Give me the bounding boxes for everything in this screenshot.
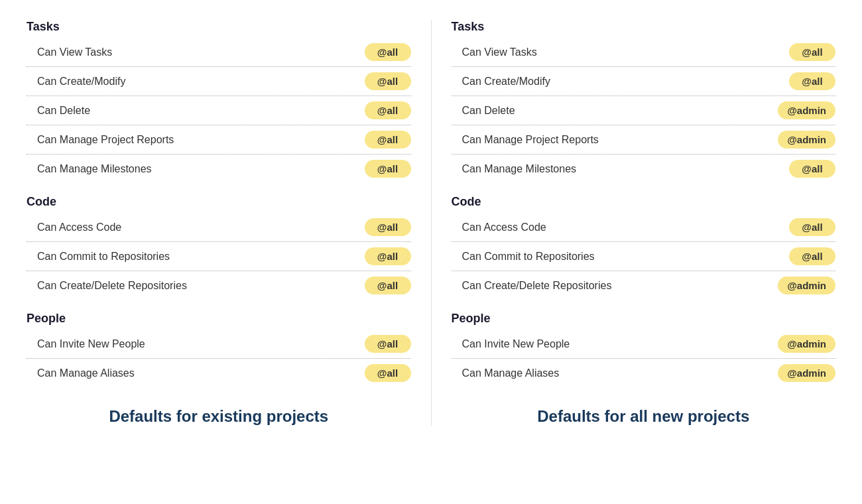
permission-label: Can Manage Project Reports bbox=[37, 134, 174, 146]
permission-row: Can Manage Aliases@admin bbox=[452, 359, 836, 387]
permission-label: Can Create/Modify bbox=[462, 76, 550, 88]
permission-badge[interactable]: @all bbox=[789, 72, 835, 90]
permission-row: Can View Tasks@all bbox=[452, 38, 836, 67]
permission-row: Can Manage Project Reports@admin bbox=[452, 125, 836, 155]
permission-row: Can View Tasks@all bbox=[27, 38, 411, 67]
permission-row: Can Manage Milestones@all bbox=[452, 155, 836, 183]
permission-row: Can Create/Delete Repositories@admin bbox=[452, 271, 836, 300]
permission-row: Can Access Code@all bbox=[452, 213, 836, 242]
columns-wrapper: TasksCan View Tasks@allCan Create/Modify… bbox=[27, 20, 835, 426]
permission-badge[interactable]: @all bbox=[365, 364, 411, 382]
section-people-existing: PeopleCan Invite New People@allCan Manag… bbox=[27, 312, 411, 387]
section-people-new: PeopleCan Invite New People@adminCan Man… bbox=[452, 312, 836, 387]
permission-badge[interactable]: @all bbox=[365, 247, 411, 265]
section-title-existing-2: People bbox=[27, 312, 411, 326]
permission-row: Can Create/Delete Repositories@all bbox=[27, 271, 411, 300]
section-tasks-existing: TasksCan View Tasks@allCan Create/Modify… bbox=[27, 20, 411, 183]
permission-badge[interactable]: @admin bbox=[778, 277, 835, 294]
footer-label-new: Defaults for all new projects bbox=[452, 407, 836, 426]
column-new: TasksCan View Tasks@allCan Create/Modify… bbox=[432, 20, 836, 426]
permission-label: Can Commit to Repositories bbox=[37, 251, 170, 263]
permission-badge[interactable]: @all bbox=[365, 160, 411, 178]
permission-label: Can Delete bbox=[37, 105, 90, 117]
permission-label: Can Access Code bbox=[37, 221, 121, 233]
permission-label: Can Invite New People bbox=[37, 338, 145, 350]
permission-label: Can Manage Aliases bbox=[462, 367, 560, 379]
permission-label: Can View Tasks bbox=[462, 46, 537, 58]
permission-badge[interactable]: @all bbox=[365, 101, 411, 119]
permission-badge[interactable]: @admin bbox=[778, 131, 835, 149]
permission-label: Can Create/Modify bbox=[37, 76, 125, 88]
permission-label: Can View Tasks bbox=[37, 46, 112, 58]
permission-row: Can Commit to Repositories@all bbox=[27, 242, 411, 271]
section-title-new-2: People bbox=[452, 312, 836, 326]
section-title-new-1: Code bbox=[452, 195, 836, 209]
permission-label: Can Create/Delete Repositories bbox=[462, 280, 612, 292]
footer-label-existing: Defaults for existing projects bbox=[27, 407, 411, 426]
section-code-new: CodeCan Access Code@allCan Commit to Rep… bbox=[452, 195, 836, 300]
permission-badge[interactable]: @all bbox=[789, 160, 835, 178]
permission-label: Can Manage Project Reports bbox=[462, 134, 599, 146]
permission-row: Can Access Code@all bbox=[27, 213, 411, 242]
permission-row: Can Invite New People@all bbox=[27, 330, 411, 359]
permission-row: Can Delete@all bbox=[27, 96, 411, 125]
column-existing: TasksCan View Tasks@allCan Create/Modify… bbox=[27, 20, 432, 426]
permission-badge[interactable]: @all bbox=[365, 277, 411, 294]
permission-badge[interactable]: @admin bbox=[778, 364, 835, 382]
permission-row: Can Create/Modify@all bbox=[27, 67, 411, 96]
section-title-existing-1: Code bbox=[27, 195, 411, 209]
permission-badge[interactable]: @all bbox=[789, 247, 835, 265]
permission-row: Can Delete@admin bbox=[452, 96, 836, 125]
permission-badge[interactable]: @all bbox=[365, 131, 411, 149]
permission-label: Can Commit to Repositories bbox=[462, 251, 595, 263]
section-code-existing: CodeCan Access Code@allCan Commit to Rep… bbox=[27, 195, 411, 300]
permission-label: Can Manage Milestones bbox=[462, 163, 577, 175]
permission-badge[interactable]: @all bbox=[789, 43, 835, 61]
permission-badge[interactable]: @admin bbox=[778, 335, 835, 353]
permission-label: Can Manage Aliases bbox=[37, 367, 135, 379]
permission-label: Can Create/Delete Repositories bbox=[37, 280, 187, 292]
permission-badge[interactable]: @all bbox=[365, 43, 411, 61]
permission-row: Can Commit to Repositories@all bbox=[452, 242, 836, 271]
permission-row: Can Create/Modify@all bbox=[452, 67, 836, 96]
permission-label: Can Manage Milestones bbox=[37, 163, 152, 175]
permission-badge[interactable]: @all bbox=[365, 218, 411, 236]
permission-label: Can Access Code bbox=[462, 221, 546, 233]
section-tasks-new: TasksCan View Tasks@allCan Create/Modify… bbox=[452, 20, 836, 183]
section-title-existing-0: Tasks bbox=[27, 20, 411, 34]
permission-row: Can Invite New People@admin bbox=[452, 330, 836, 359]
permission-row: Can Manage Milestones@all bbox=[27, 155, 411, 183]
permission-badge[interactable]: @all bbox=[789, 218, 835, 236]
permission-label: Can Invite New People bbox=[462, 338, 570, 350]
permission-row: Can Manage Aliases@all bbox=[27, 359, 411, 387]
permission-badge[interactable]: @admin bbox=[778, 101, 835, 119]
section-title-new-0: Tasks bbox=[452, 20, 836, 34]
permission-badge[interactable]: @all bbox=[365, 335, 411, 353]
permission-row: Can Manage Project Reports@all bbox=[27, 125, 411, 155]
permission-badge[interactable]: @all bbox=[365, 72, 411, 90]
permission-label: Can Delete bbox=[462, 105, 515, 117]
